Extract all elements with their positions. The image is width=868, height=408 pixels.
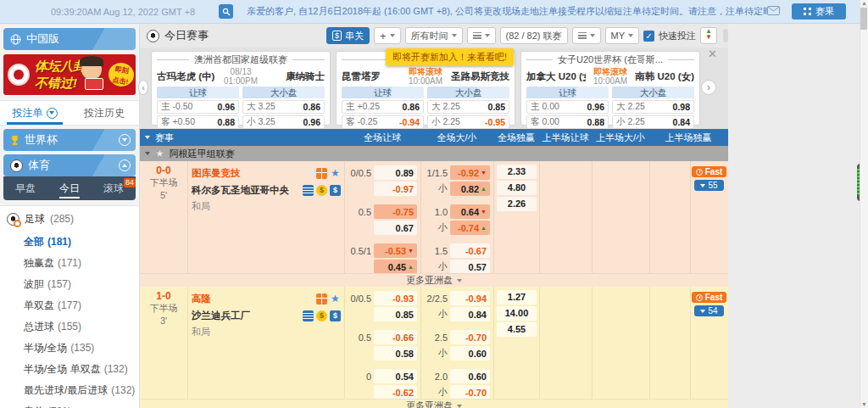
- parlay-icon[interactable]: [303, 310, 314, 321]
- favorite-star-icon[interactable]: ★: [330, 293, 341, 305]
- mail-icon[interactable]: [767, 6, 780, 18]
- time-filter-dropdown[interactable]: 所有时间: [405, 27, 463, 44]
- sidebar-item-total-goals[interactable]: 总进球(155): [0, 316, 139, 338]
- league-filter-button[interactable]: (82 / 82) 联赛: [500, 27, 568, 44]
- away-team[interactable]: 沙兰迪兵工厂: [192, 310, 303, 322]
- odds-cell[interactable]: 4.80: [497, 181, 537, 195]
- odds-cell[interactable]: 0.85: [374, 307, 417, 321]
- scroll-down-arrow[interactable]: ▼: [861, 401, 867, 407]
- odds-movement-button[interactable]: ▲ ▼: [700, 27, 717, 44]
- odds-cell[interactable]: -0.97: [374, 182, 417, 196]
- sidebar-item-moneyline[interactable]: 独赢盘(171): [0, 253, 139, 274]
- sidebar-item-ht-ft[interactable]: 半场/全场(135): [0, 338, 139, 359]
- cash-icon[interactable]: $: [330, 310, 341, 321]
- parlay-icon[interactable]: [303, 185, 314, 196]
- close-icon[interactable]: ✕: [708, 48, 717, 60]
- results-button[interactable]: 赛果: [792, 3, 846, 20]
- cash-icon[interactable]: $: [330, 185, 341, 196]
- sidebar-item-parlay[interactable]: 串关(701): [0, 401, 139, 408]
- coin-icon[interactable]: $: [316, 185, 327, 196]
- home-team[interactable]: 图库曼竞技: [192, 167, 316, 180]
- odds-cell[interactable]: 0.67: [374, 221, 417, 235]
- odds-cell[interactable]: -0.53: [374, 243, 417, 258]
- odds-cell[interactable]: 小 2.250.84: [612, 115, 694, 129]
- odds-cell[interactable]: 0.58: [374, 346, 417, 360]
- featured-match-card[interactable]: 澳洲首都国家超级联赛 古玛老虎 (中) 08/13 01:00PM 康纳骑士 让…: [151, 51, 331, 126]
- subtab-live[interactable]: 滚球84: [92, 176, 136, 200]
- carousel-prev-button[interactable]: ‹: [138, 80, 148, 95]
- more-asian-lines-link[interactable]: 更多亚洲盘: [140, 273, 728, 287]
- odds-cell[interactable]: 主 0.000.96: [526, 100, 609, 114]
- odds-cell[interactable]: 0.57: [450, 260, 490, 274]
- more-bets-count-badge[interactable]: 55: [694, 180, 723, 191]
- odds-cell[interactable]: 大 2.250.98: [612, 100, 694, 114]
- odds-cell[interactable]: 客 0.000.88: [526, 115, 609, 129]
- subtab-today[interactable]: 今日: [47, 176, 92, 200]
- quick-bet-checkbox[interactable]: ✓: [643, 31, 654, 42]
- odds-cell[interactable]: 2.26: [497, 197, 537, 211]
- odds-cell[interactable]: 4.55: [497, 322, 537, 337]
- carousel-next-button[interactable]: ›: [701, 80, 716, 95]
- tab-bet-history[interactable]: 投注历史: [70, 101, 139, 125]
- scroll-up-arrow[interactable]: ▲: [861, 0, 867, 6]
- edition-selector[interactable]: 中国版: [3, 28, 136, 50]
- odds-format-dropdown[interactable]: MY: [605, 27, 640, 44]
- more-bets-count-badge[interactable]: 54: [694, 305, 723, 316]
- odds-cell[interactable]: 小 3.250.96: [242, 115, 325, 129]
- collapse-league-icon[interactable]: [145, 152, 150, 155]
- stats-icon[interactable]: [316, 168, 327, 179]
- odds-cell[interactable]: -0.66: [374, 330, 417, 344]
- home-team[interactable]: 高隆: [192, 293, 316, 305]
- odds-cell[interactable]: -0.70: [450, 385, 490, 400]
- view-mode-dropdown[interactable]: [572, 27, 601, 44]
- odds-cell[interactable]: -0.94: [450, 291, 490, 305]
- odds-cell[interactable]: 0.60: [450, 346, 490, 360]
- featured-match-card[interactable]: 女子U20世界杯 (在哥斯... 加拿大 U20 (女) 即将滚球 10:00A…: [520, 51, 700, 126]
- favorite-star-icon[interactable]: ★: [330, 168, 341, 179]
- subtab-early[interactable]: 早盘: [3, 176, 47, 200]
- favorite-star-icon[interactable]: ★: [155, 148, 164, 159]
- odds-cell[interactable]: -0.93: [374, 291, 417, 305]
- sidebar-item-correct-score[interactable]: 波胆(157): [0, 274, 139, 295]
- odds-cell[interactable]: 0.54: [374, 369, 417, 383]
- fast-market-badge[interactable]: Fast: [692, 166, 727, 177]
- odds-cell[interactable]: 0.64: [450, 204, 490, 219]
- stats-icon[interactable]: [316, 293, 327, 305]
- odds-cell[interactable]: 2.33: [497, 165, 537, 179]
- odds-cell[interactable]: 大 3.250.86: [242, 100, 325, 114]
- tab-betslip[interactable]: 投注单: [0, 101, 70, 125]
- odds-cell[interactable]: 0.60: [450, 369, 490, 383]
- sidebar-item-odd-even[interactable]: 单双盘(177): [0, 295, 139, 316]
- page-scrollbar[interactable]: ▲ ▼: [860, 0, 868, 408]
- odds-cell[interactable]: 0.82: [450, 182, 490, 196]
- sport-football[interactable]: 足球 (285): [0, 206, 139, 232]
- odds-cell[interactable]: 大 2.250.85: [427, 100, 509, 114]
- scrollbar-thumb[interactable]: [860, 8, 867, 30]
- odds-cell[interactable]: 客 -0.25-0.94: [342, 115, 424, 129]
- search-icon[interactable]: [219, 4, 233, 19]
- fast-market-badge[interactable]: Fast: [692, 292, 727, 303]
- sidebar-item-ht-ft-odd-even[interactable]: 半场/全场 单双盘(132): [0, 359, 139, 380]
- away-team[interactable]: 科尔多瓦圣地亚哥中央: [192, 184, 303, 197]
- toolbar-scroll-handle[interactable]: [723, 29, 728, 42]
- collapse-all-icon[interactable]: [145, 136, 150, 139]
- odds-cell[interactable]: -0.92: [450, 165, 490, 180]
- odds-cell[interactable]: 小 2.25-0.95: [427, 115, 509, 129]
- odds-cell[interactable]: 主 +0.250.86: [342, 100, 424, 114]
- sidebar-item-first-last-goal[interactable]: 最先进球/最后进球(132): [0, 380, 139, 401]
- section-sports[interactable]: 体育: [3, 154, 136, 176]
- league-row[interactable]: ★ 阿根廷甲组联赛: [140, 146, 728, 161]
- odds-cell[interactable]: -0.74: [450, 221, 490, 235]
- promo-banner[interactable]: 体坛八卦 不错过! 即刻点击!: [3, 54, 136, 95]
- odds-cell[interactable]: -0.70: [450, 330, 490, 344]
- odds-cell[interactable]: 客 +0.500.88: [157, 115, 239, 129]
- odds-cell[interactable]: 0.84: [450, 307, 490, 321]
- odds-cell[interactable]: 14.00: [497, 306, 537, 321]
- parlay-button[interactable]: $ 串关: [326, 27, 370, 44]
- section-world-cup[interactable]: 世界杯: [3, 129, 136, 151]
- odds-cell[interactable]: -0.75: [374, 204, 417, 219]
- add-filter-button[interactable]: +: [374, 27, 401, 44]
- more-asian-lines-link[interactable]: 更多亚洲盘: [140, 399, 728, 408]
- coin-icon[interactable]: $: [316, 310, 327, 321]
- sort-dropdown[interactable]: [467, 27, 496, 44]
